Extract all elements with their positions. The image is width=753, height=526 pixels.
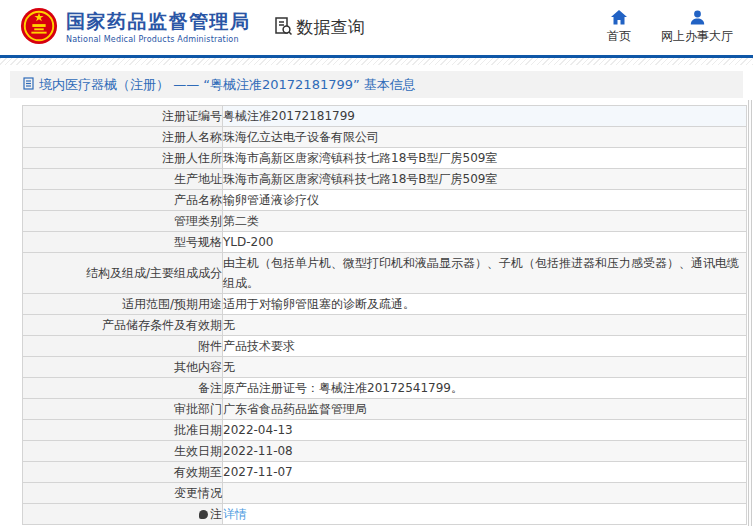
hatch-strip: [0, 58, 753, 65]
row-value: 无: [223, 315, 747, 336]
info-table-body: 注册证编号粤械注准20172181799注册人名称珠海亿立达电子设备有限公司注册…: [23, 106, 747, 525]
row-label: 备注: [23, 378, 223, 399]
row-value: 详情: [223, 504, 747, 525]
breadcrumb: 境内医疗器械（注册） —— “粤械注准20172181799” 基本信息: [10, 71, 743, 98]
table-row: 生效日期2022-11-08: [23, 441, 747, 462]
row-label: 其他内容: [23, 357, 223, 378]
scrollbar[interactable]: [748, 100, 752, 526]
row-label: 产品储存条件及有效期: [23, 315, 223, 336]
row-label: 管理类别: [23, 211, 223, 232]
agency-name-cn: 国家药品监督管理局: [66, 11, 251, 33]
row-label: 变更情况: [23, 483, 223, 504]
row-label: 型号规格: [23, 232, 223, 253]
row-value: 广东省食品药品监督管理局: [223, 399, 747, 420]
table-row: 注册人名称珠海亿立达电子设备有限公司: [23, 127, 747, 148]
row-value: 由主机（包括单片机、微型打印机和液晶显示器）、子机（包括推进器和压力感受器）、通…: [223, 253, 747, 294]
table-row: 生产地址珠海市高新区唐家湾镇科技七路18号B型厂房509室: [23, 169, 747, 190]
table-row: 审批部门广东省食品药品监督管理局: [23, 399, 747, 420]
data-query-section[interactable]: 数据查询: [273, 16, 365, 40]
table-row: 管理类别第二类: [23, 211, 747, 232]
row-label: 有效期至: [23, 462, 223, 483]
table-row: 有效期至2027-11-07: [23, 462, 747, 483]
person-icon: [690, 10, 705, 25]
row-label: 批准日期: [23, 420, 223, 441]
row-value: 输卵管通液诊疗仪: [223, 190, 747, 211]
nmpa-logo[interactable]: 国家药品监督管理局 National Medical Products Admi…: [20, 7, 251, 49]
nav-home[interactable]: 首页: [607, 10, 631, 45]
row-value: YLD-200: [223, 232, 747, 253]
note-icon: [199, 510, 208, 519]
table-row: 备注原产品注册证号：粤械注准20172541799。: [23, 378, 747, 399]
row-value: 第二类: [223, 211, 747, 232]
row-value: 珠海市高新区唐家湾镇科技七路18号B型厂房509室: [223, 169, 747, 190]
row-value: 原产品注册证号：粤械注准20172541799。: [223, 378, 747, 399]
nav-home-label: 首页: [607, 28, 631, 45]
row-label: 结构及组成/主要组成成分: [23, 253, 223, 294]
registration-info-table: 注册证编号粤械注准20172181799注册人名称珠海亿立达电子设备有限公司注册…: [22, 105, 753, 525]
document-icon: [23, 75, 34, 94]
national-emblem-icon: [20, 7, 58, 49]
logo-text: 国家药品监督管理局 National Medical Products Admi…: [66, 11, 251, 44]
agency-name-en: National Medical Products Administration: [66, 35, 251, 44]
table-row: 注册证编号粤械注准20172181799: [23, 106, 747, 127]
row-label: 注册人住所: [23, 148, 223, 169]
row-value: 产品技术要求: [223, 336, 747, 357]
table-row: 其他内容无: [23, 357, 747, 378]
document-search-icon: [273, 16, 293, 40]
row-label: 注: [23, 504, 223, 525]
row-value: 珠海亿立达电子设备有限公司: [223, 127, 747, 148]
table-row: 批准日期2022-04-13: [23, 420, 747, 441]
row-label: 产品名称: [23, 190, 223, 211]
row-value: 2027-11-07: [223, 462, 747, 483]
row-value: 2022-04-13: [223, 420, 747, 441]
row-value: [223, 483, 747, 504]
detail-link[interactable]: 详情: [223, 507, 247, 521]
home-icon: [611, 10, 627, 25]
row-value: 珠海市高新区唐家湾镇科技七路18号B型厂房509室: [223, 148, 747, 169]
nav-hall-label: 网上办事大厅: [661, 28, 733, 45]
table-row: 产品名称输卵管通液诊疗仪: [23, 190, 747, 211]
header: 国家药品监督管理局 National Medical Products Admi…: [0, 0, 753, 55]
row-label: 审批部门: [23, 399, 223, 420]
row-value: 2022-11-08: [223, 441, 747, 462]
table-row: 变更情况: [23, 483, 747, 504]
nav-online-service-hall[interactable]: 网上办事大厅: [661, 10, 733, 45]
header-nav: 首页 网上办事大厅: [607, 10, 753, 45]
row-label: 生产地址: [23, 169, 223, 190]
row-label: 注册人名称: [23, 127, 223, 148]
table-row: 适用范围/预期用途适用于对输卵管阻塞的诊断及疏通。: [23, 294, 747, 315]
table-row: 附件产品技术要求: [23, 336, 747, 357]
row-label: 附件: [23, 336, 223, 357]
row-label: 注册证编号: [23, 106, 223, 127]
table-row: 型号规格YLD-200: [23, 232, 747, 253]
row-value: 适用于对输卵管阻塞的诊断及疏通。: [223, 294, 747, 315]
row-value: 无: [223, 357, 747, 378]
row-value: 粤械注准20172181799: [223, 106, 747, 127]
table-row: 注册人住所珠海市高新区唐家湾镇科技七路18号B型厂房509室: [23, 148, 747, 169]
row-label: 适用范围/预期用途: [23, 294, 223, 315]
table-row: 结构及组成/主要组成成分由主机（包括单片机、微型打印机和液晶显示器）、子机（包括…: [23, 253, 747, 294]
table-row: 注详情: [23, 504, 747, 525]
data-query-label: 数据查询: [297, 16, 365, 39]
row-label: 生效日期: [23, 441, 223, 462]
page-title: 境内医疗器械（注册） —— “粤械注准20172181799” 基本信息: [39, 76, 416, 94]
table-row: 产品储存条件及有效期无: [23, 315, 747, 336]
